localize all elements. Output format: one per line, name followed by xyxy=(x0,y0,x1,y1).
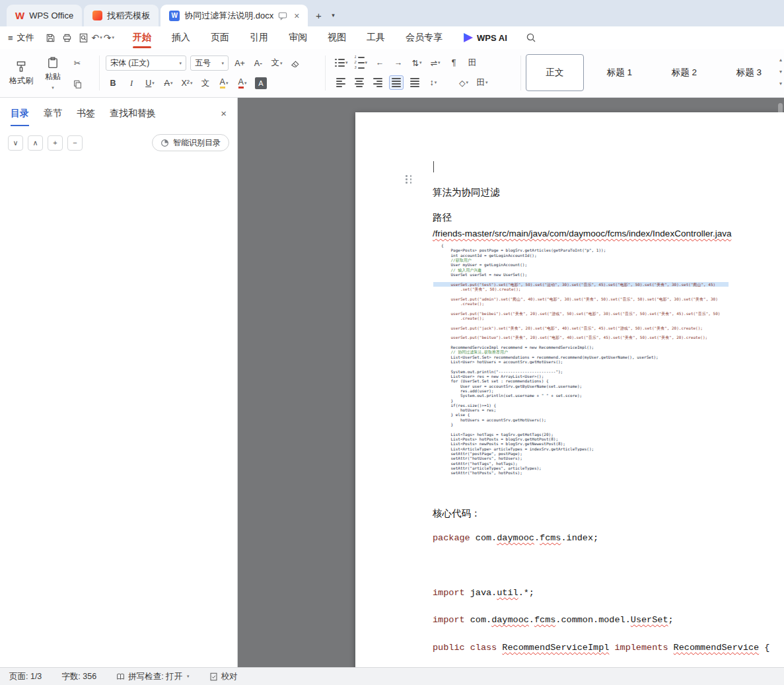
format-painter-button[interactable]: 格式刷 xyxy=(7,54,36,92)
doc-path-label: 路径 xyxy=(433,211,452,224)
panel-tab-bookmarks[interactable]: 书签 xyxy=(77,108,95,126)
ribbon-tab-home[interactable]: 开始 xyxy=(131,26,153,49)
text-effects-button[interactable]: 文 ▾ xyxy=(269,56,284,71)
paragraph-marks-button[interactable]: ¶ xyxy=(446,55,461,70)
bold-button[interactable]: B xyxy=(106,76,120,90)
italic-button[interactable]: I xyxy=(124,76,139,90)
shading-button[interactable]: ◇ ▾ xyxy=(456,75,471,90)
increase-indent-button[interactable]: → xyxy=(391,55,406,70)
style-normal[interactable]: 正文 xyxy=(526,54,584,91)
ribbon-tab-reference[interactable]: 引用 xyxy=(248,26,269,49)
text-direction-button[interactable]: ⇅ ▾ xyxy=(410,55,424,70)
minus-icon: − xyxy=(73,139,77,147)
tab-wps-office[interactable]: W WPS Office xyxy=(7,5,82,26)
pinyin-guide-button[interactable]: 文 xyxy=(198,76,213,90)
ribbon-tab-view[interactable]: 视图 xyxy=(326,26,347,49)
print-preview-icon[interactable] xyxy=(75,30,92,45)
align-left-button[interactable] xyxy=(334,75,348,90)
document-page[interactable]: 算法为协同过滤 路径 /friends-master/src/main/java… xyxy=(355,112,784,667)
toc-expand-button[interactable]: ∨ xyxy=(8,135,23,151)
copy-button[interactable] xyxy=(70,77,85,91)
font-size-select[interactable]: 五号 ▾ xyxy=(190,55,229,71)
print-icon[interactable] xyxy=(59,30,75,45)
paragraph-drag-handle-icon[interactable] xyxy=(406,175,413,184)
numbered-list-icon: 1 2 3 xyxy=(355,55,365,70)
superscript-button[interactable]: X² ▾ xyxy=(180,76,194,90)
font-color-button[interactable]: A ▾ xyxy=(235,76,250,90)
proofread-button[interactable]: 校对 xyxy=(209,671,238,682)
hamburger-icon: ≡ xyxy=(8,33,13,43)
toc-zoom-in-button[interactable]: + xyxy=(48,135,63,151)
ribbon-collapse-icon[interactable]: ▾ xyxy=(779,81,782,87)
clear-format-button[interactable] xyxy=(288,56,303,71)
format-painter-label: 格式刷 xyxy=(9,75,33,87)
new-tab-button[interactable]: + xyxy=(310,7,327,24)
borders-button[interactable]: 田 ▾ xyxy=(475,75,489,90)
justify-button[interactable] xyxy=(389,75,404,90)
paste-label: 粘贴 xyxy=(45,71,61,83)
highlight-icon: A xyxy=(220,78,225,89)
panel-close-icon[interactable]: × xyxy=(221,108,227,119)
strikethrough-button[interactable]: A ▾ xyxy=(161,76,176,90)
wps-ai-button[interactable]: WPS AI xyxy=(464,33,507,43)
align-right-button[interactable] xyxy=(371,75,385,90)
menubar: ≡ 文件 ↶ ▾ ↷ ▾ 开始 插入 页面 引用 审阅 视图 工具 会员专享 xyxy=(0,26,784,49)
styles-scroll-down-icon[interactable]: ▾ xyxy=(779,69,782,75)
ribbon-tab-review[interactable]: 审阅 xyxy=(287,26,308,49)
comment-bubble-icon[interactable] xyxy=(278,11,287,20)
file-menu-button[interactable]: ≡ 文件 xyxy=(8,32,34,44)
ribbon-tab-insert[interactable]: 插入 xyxy=(170,26,192,49)
font-name-select[interactable]: 宋体 (正文) ▾ xyxy=(106,55,186,71)
redo-button[interactable]: ↷ ▾ xyxy=(104,32,114,43)
highlight-color-button[interactable]: A ▾ xyxy=(217,76,231,90)
spellcheck-toggle[interactable]: 拼写检查: 打开 ▾ xyxy=(116,671,189,682)
line-spacing-button[interactable]: ↕ ▾ xyxy=(426,75,441,90)
tab-wps-office-label: WPS Office xyxy=(29,11,73,20)
char-shading-button[interactable]: A xyxy=(254,76,268,90)
word-count-indicator[interactable]: 字数: 356 xyxy=(61,671,96,682)
style-heading1[interactable]: 标题 1 xyxy=(590,54,649,91)
style-heading2[interactable]: 标题 2 xyxy=(655,54,713,91)
save-icon[interactable] xyxy=(42,30,59,45)
paste-dropdown-icon[interactable]: ▾ xyxy=(52,85,54,90)
bullet-list-button[interactable]: ▾ xyxy=(334,55,349,70)
shading-dropdown-icon: ▾ xyxy=(466,80,469,85)
style-heading3[interactable]: 标题 3 xyxy=(720,54,778,91)
redo-dropdown-icon[interactable]: ▾ xyxy=(112,35,115,40)
styles-scroll-up-icon[interactable]: ▴ xyxy=(779,57,782,63)
decrease-indent-button[interactable]: ← xyxy=(373,55,387,70)
close-tab-icon[interactable]: × xyxy=(294,11,299,21)
asian-layout-button[interactable]: ⇌ ▾ xyxy=(428,55,443,70)
undo-dropdown-icon[interactable]: ▾ xyxy=(100,35,102,40)
ribbon-tab-page[interactable]: 页面 xyxy=(209,26,231,49)
scissors-icon: ✂ xyxy=(74,58,81,68)
document-canvas[interactable]: 算法为协同过滤 路径 /friends-master/src/main/java… xyxy=(238,98,784,667)
shrink-font-button[interactable]: A- xyxy=(251,56,266,71)
panel-tab-find-replace[interactable]: 查找和替换 xyxy=(110,108,156,126)
panel-tab-toc[interactable]: 目录 xyxy=(11,108,29,126)
align-center-button[interactable] xyxy=(352,75,367,90)
ribbon-tab-tools[interactable]: 工具 xyxy=(365,26,386,49)
underline-button[interactable]: U ▾ xyxy=(143,76,157,90)
cut-button[interactable]: ✂ xyxy=(70,55,85,70)
search-icon[interactable] xyxy=(523,30,540,45)
paste-button[interactable]: 粘贴 ▾ xyxy=(38,54,67,92)
ribbon-separator xyxy=(520,55,521,90)
numbered-list-button[interactable]: 1 2 3 ▾ xyxy=(353,55,369,70)
toc-collapse-button[interactable]: ∧ xyxy=(28,135,43,151)
tab-list-dropdown-icon[interactable]: ▾ xyxy=(327,7,339,24)
page-indicator[interactable]: 页面: 1/3 xyxy=(9,671,42,682)
tab-docer-template[interactable]: 找稻壳模板 xyxy=(84,5,159,26)
panel-tab-sections[interactable]: 章节 xyxy=(44,108,62,126)
smart-toc-button[interactable]: 智能识别目录 xyxy=(152,134,229,151)
insert-table-button[interactable]: 田 xyxy=(465,55,480,70)
vertical-scrollbar[interactable] xyxy=(778,103,783,209)
distribute-button[interactable] xyxy=(408,75,422,90)
ribbon-tab-member[interactable]: 会员专享 xyxy=(404,26,444,49)
ribbon-tab-strip: 开始 插入 页面 引用 审阅 视图 工具 会员专享 xyxy=(131,26,444,49)
grow-font-button[interactable]: A+ xyxy=(232,56,247,71)
tab-document[interactable]: W 协同过滤算法说明.docx × xyxy=(160,5,308,26)
highlight-dropdown-icon: ▾ xyxy=(226,81,229,86)
toc-zoom-out-button[interactable]: − xyxy=(67,135,83,151)
undo-button[interactable]: ↶ ▾ xyxy=(92,32,102,43)
